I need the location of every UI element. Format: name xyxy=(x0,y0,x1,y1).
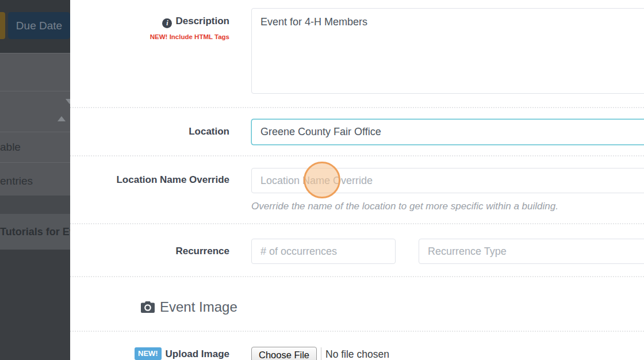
screen: Due Date able entries Tutorials for Ev xyxy=(0,0,644,360)
divider xyxy=(70,223,644,224)
tutorials-link[interactable]: Tutorials for Ev xyxy=(0,214,70,250)
location-label: Location xyxy=(70,126,229,137)
upload-image-label: Upload Image xyxy=(70,348,229,360)
choose-file-button[interactable]: Choose File xyxy=(251,347,317,360)
event-image-heading: Event Image xyxy=(141,299,237,315)
location-override-label: Location Name Override xyxy=(70,174,229,186)
background-page-strip: Due Date able entries Tutorials for Ev xyxy=(0,0,70,360)
file-input-divider xyxy=(321,347,321,360)
divider xyxy=(70,331,644,332)
table-row: able xyxy=(0,132,70,163)
location-override-input[interactable] xyxy=(251,168,644,193)
divider xyxy=(70,107,644,108)
recurrence-type-input[interactable] xyxy=(419,239,644,264)
background-footer xyxy=(0,250,70,360)
event-image-heading-text: Event Image xyxy=(160,299,237,315)
description-textarea[interactable]: Event for 4-H Members xyxy=(251,8,644,94)
tutorials-link-label: Tutorials for Ev xyxy=(0,226,70,238)
description-label: iDescription xyxy=(70,16,229,28)
table-header-row xyxy=(0,91,70,132)
table-row xyxy=(0,53,70,91)
location-input[interactable] xyxy=(251,119,644,145)
recurrence-occurrences-input[interactable] xyxy=(251,239,396,264)
info-icon: i xyxy=(162,18,172,28)
background-band xyxy=(0,196,70,214)
file-status-text: No file chosen xyxy=(325,348,389,360)
sort-icon[interactable] xyxy=(57,104,66,117)
due-date-button[interactable]: Due Date xyxy=(8,12,70,39)
divider xyxy=(70,155,644,156)
table-row: entries xyxy=(0,163,70,196)
divider xyxy=(70,276,644,277)
recurrence-label: Recurrence xyxy=(70,246,229,257)
orange-button-partial[interactable] xyxy=(0,12,5,39)
camera-icon xyxy=(141,301,155,313)
location-override-helper: Override the name of the location to get… xyxy=(251,201,558,212)
event-form-panel: iDescription NEW! Include HTML Tags Even… xyxy=(70,0,644,360)
table-cell-text: able xyxy=(0,141,21,154)
description-html-note: NEW! Include HTML Tags xyxy=(70,33,229,40)
description-label-text: Description xyxy=(175,16,229,26)
table-cell-text: entries xyxy=(0,175,33,187)
background-toolbar: Due Date xyxy=(0,0,70,53)
background-table: able entries xyxy=(0,53,70,196)
due-date-button-label: Due Date xyxy=(16,20,62,32)
